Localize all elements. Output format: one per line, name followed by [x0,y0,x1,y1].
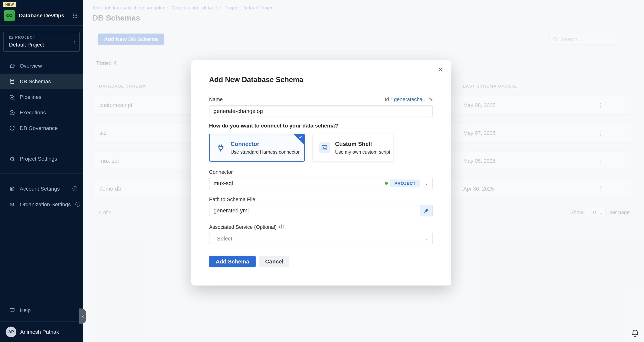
connect-question: How do you want to connect to your data … [209,123,433,129]
account-settings-icon [9,186,15,192]
id-value-link[interactable]: generatecha... [394,96,427,102]
info-icon: ⓘ [75,201,80,208]
path-label: Path to Schema File [209,196,433,202]
sidebar-item-executions[interactable]: Executions [0,105,83,120]
modal-actions: Add Schema Cancel [209,256,433,267]
info-icon: ⓘ [279,224,284,230]
sidebar-item-label: Account Settings [20,186,60,192]
new-badge: NEW [3,2,16,7]
info-icon: ⓘ [72,186,77,192]
modal-title: Add New Database Schema [209,60,433,84]
sidebar-item-project-settings[interactable]: ⚙ Project Settings [0,151,83,167]
pencil-icon[interactable]: ✎ [429,97,433,102]
module-grid-icon[interactable] [72,13,78,19]
user-menu[interactable]: AP Animesh Pathak [0,321,83,338]
sidebar-item-organization-settings[interactable]: Organization Settings ⓘ [0,197,83,212]
app-title: Database DevOps [19,12,68,19]
status-dot [385,182,388,185]
connector-select[interactable]: mux-sql PROJECT ⌄ [209,178,433,189]
sidebar-item-pipelines[interactable]: Pipelines [0,89,83,105]
help-icon [9,307,15,313]
chevron-right-icon: › [73,38,76,45]
option-card-custom-shell[interactable]: Custom Shell Use my own custom script [312,134,394,162]
chevron-left-icon: ‹ [82,313,84,320]
close-icon[interactable]: × [438,65,443,74]
name-field-header: Name Id : generatecha... ✎ [209,96,433,102]
sidebar-divider [0,173,83,174]
sidebar-item-overview[interactable]: Overview [0,58,83,74]
add-schema-button[interactable]: Add Schema [209,256,256,267]
option-title: Custom Shell [335,141,390,147]
sidebar-item-db-schemas[interactable]: DB Schemas [0,74,83,89]
sidebar-item-label: Pipelines [20,94,42,100]
db-schemas-icon [9,78,15,84]
sidebar-item-label: DB Governance [20,125,58,131]
id-prefix: Id : [385,96,392,102]
add-schema-modal: × Add New Database Schema Name Id : gene… [191,60,451,286]
scope-badge: PROJECT [390,179,420,187]
sidebar-item-label: Overview [20,63,42,69]
project-selector[interactable]: PROJECT Default Project › [3,32,80,52]
check-icon: ✓ [299,135,302,140]
connector-icon [216,143,225,152]
option-subtitle: Use my own custom script [335,149,390,155]
terminal-icon [319,142,330,153]
path-input[interactable] [209,205,433,216]
option-title: Connector [230,141,300,147]
db-governance-icon [9,125,15,131]
service-placeholder: - Select - [214,235,236,242]
project-name: Default Project [9,42,75,48]
service-field-header: Associated Service (Optional) ⓘ [209,224,433,230]
avatar: AP [6,327,16,337]
sidebar-nav: Overview DB Schemas Pipelines Executions… [0,58,83,136]
id-display: Id : generatecha... ✎ [385,96,433,102]
resource-center-icon[interactable] [631,329,640,337]
service-label: Associated Service (Optional) [209,224,277,230]
sidebar-divider [0,142,83,142]
app-window: NEW Database DevOps PROJECT Default Proj… [0,0,644,342]
sidebar-item-label: Executions [20,109,46,116]
app-logo [4,10,15,21]
sidebar-collapse-handle[interactable]: ‹ [79,309,86,324]
user-name: Animesh Pathak [20,329,59,335]
sidebar-item-help[interactable]: Help [0,303,83,318]
connection-options: Connector Use standard Harness connector… [209,134,433,162]
chevron-down-icon: ⌄ [424,236,428,241]
service-select[interactable]: - Select - ⌄ [209,233,433,244]
connector-value: mux-sql [214,180,233,186]
sidebar-divider [0,25,83,26]
pipelines-icon [9,94,15,100]
option-subtitle: Use standard Harness connector [230,149,300,155]
connector-label: Connector [209,169,433,175]
project-label: PROJECT [15,35,36,39]
sidebar-item-label: DB Schemas [20,78,51,84]
organization-settings-icon [9,201,15,208]
sidebar-bottom: Help AP Animesh Pathak [0,303,83,342]
name-label: Name [209,96,223,102]
project-icon [9,35,13,39]
sidebar: NEW Database DevOps PROJECT Default Proj… [0,0,83,342]
name-input[interactable] [209,105,433,117]
chevron-down-icon: ⌄ [424,181,428,186]
sidebar-item-label: Project Settings [20,156,57,162]
sidebar-item-label: Organization Settings [20,201,71,208]
option-card-connector[interactable]: Connector Use standard Harness connector… [209,134,305,162]
sidebar-item-label: Help [20,307,31,313]
project-label-row: PROJECT [9,35,75,39]
sidebar-item-db-governance[interactable]: DB Governance [0,120,83,136]
overview-icon [9,63,15,69]
pin-icon[interactable] [420,205,432,216]
executions-icon [9,110,15,116]
gear-icon: ⚙ [9,156,15,162]
path-field [209,205,433,216]
sidebar-item-account-settings[interactable]: Account Settings ⓘ [0,181,83,197]
cancel-button[interactable]: Cancel [260,256,289,267]
